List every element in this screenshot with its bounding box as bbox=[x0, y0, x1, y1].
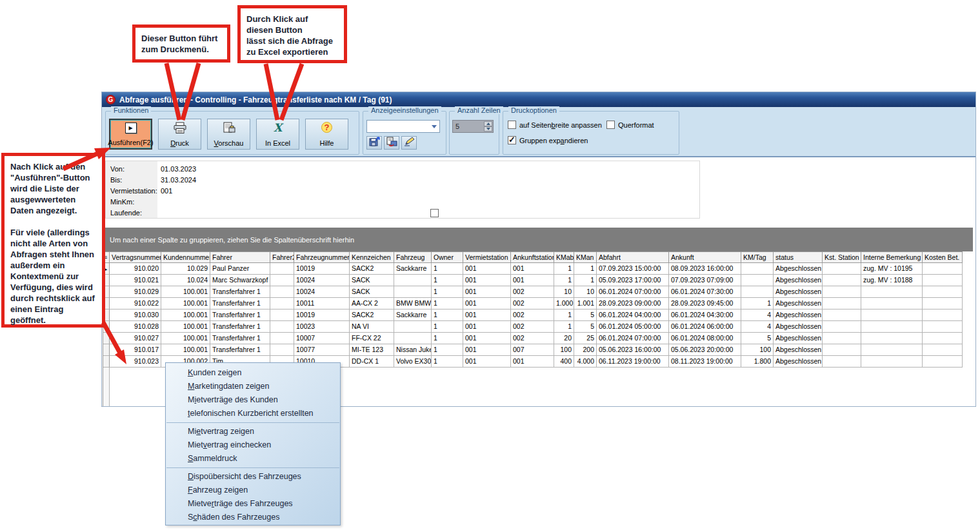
table-row[interactable]: 910.017100.001Transferfahrer 110077MI-TE… bbox=[103, 344, 963, 356]
column-header-abfahrt[interactable]: Abfahrt bbox=[597, 251, 669, 263]
delete-settings-button[interactable] bbox=[401, 136, 417, 150]
menu-item-dispoübersicht-des-fahrzeuges[interactable]: Dispoübersicht des Fahrzeuges bbox=[166, 470, 340, 484]
column-header-fahrzeugnummer[interactable]: Fahrzeugnummer bbox=[294, 251, 350, 263]
cell-kman: 25 bbox=[574, 333, 597, 344]
menu-item-marketingdaten-zeigen[interactable]: Marketingdaten zeigen bbox=[166, 380, 340, 393]
spinner-up-button[interactable] bbox=[484, 121, 492, 126]
menu-item-kunden-zeigen[interactable]: Kunden zeigen bbox=[166, 366, 340, 380]
druckoptionen-group: Druckoptionen bbox=[503, 111, 679, 155]
column-header-kmab[interactable]: KMab bbox=[554, 251, 574, 263]
filter-row-minkm: MinKm: bbox=[106, 197, 699, 208]
seitenbreite-checkbox[interactable] bbox=[508, 121, 516, 129]
cell-fahrer: Transferfahrer 1 bbox=[210, 333, 270, 344]
save-settings-button[interactable] bbox=[366, 136, 382, 150]
cell-vermietstation: 001 bbox=[463, 275, 511, 286]
cell-kosten-bet- bbox=[923, 333, 963, 344]
cell-kmab: 100 bbox=[554, 344, 574, 356]
cell-kosten-bet- bbox=[923, 263, 963, 275]
table-row[interactable]: 910.022100.001Transferfahrer 110011AA-CX… bbox=[103, 298, 963, 309]
cell-vermietstation: 001 bbox=[463, 286, 511, 298]
group-by-bar[interactable]: Um nach einer Spalte zu gruppieren, zieh… bbox=[103, 228, 973, 251]
column-header-status[interactable]: status bbox=[774, 251, 823, 263]
column-header-kman[interactable]: KMan bbox=[574, 251, 597, 263]
column-header-vertragsnummer[interactable]: Vertragsnummer bbox=[110, 251, 161, 263]
seitenbreite-checkbox-row[interactable]: auf Seitenbreite anpassen bbox=[508, 121, 602, 129]
column-header-kst-station[interactable]: Kst. Station bbox=[823, 251, 861, 263]
cell-kmab: 1 bbox=[554, 263, 574, 275]
cell-fahrer: Paul Panzer bbox=[210, 263, 270, 275]
filter-row-laufende: Laufende: bbox=[106, 208, 699, 219]
window-title: Abfrage ausführen - Controlling - Fahrze… bbox=[119, 95, 392, 104]
menu-item-mietverträge-des-kunden[interactable]: Mietverträge des Kunden bbox=[166, 393, 340, 407]
hilfe-button[interactable]: ? Hilfe bbox=[305, 119, 348, 150]
menu-item-fahrzeug-zeigen[interactable]: Fahrzeug zeigen bbox=[166, 484, 340, 497]
save-settings-as-button[interactable] bbox=[384, 136, 399, 150]
table-row[interactable]: 910.028100.001Transferfahrer 110023NA VI… bbox=[103, 321, 963, 333]
printer-icon bbox=[173, 122, 187, 135]
cell-kman: 200 bbox=[574, 344, 597, 356]
column-header-kundennummer[interactable]: Kundennummer bbox=[161, 251, 210, 263]
querformat-checkbox-label: Querformat bbox=[618, 121, 654, 129]
cell-kennzeichen: DD-CX 1 bbox=[350, 356, 394, 368]
column-header-owner[interactable]: Owner bbox=[432, 251, 463, 263]
column-header-fahrer[interactable]: Fahrer bbox=[210, 251, 270, 263]
querformat-checkbox-row[interactable]: Querformat bbox=[606, 121, 654, 129]
filter-value: 01.03.2023 bbox=[161, 165, 196, 173]
cell-abfahrt: 07.09.2023 15:00:00 bbox=[597, 263, 669, 275]
floppy-save-icon bbox=[369, 137, 380, 149]
menu-item-schäden-des-fahrzeuges[interactable]: Schäden des Fahrzeuges bbox=[166, 511, 340, 524]
cell-interne-bemerkung: zug. MV : 10188 bbox=[861, 275, 923, 286]
cell-kmab: 1 bbox=[554, 275, 574, 286]
table-row[interactable]: 910.030100.001Transferfahrer 110019SACK2… bbox=[103, 309, 963, 321]
ausfuehren-button[interactable]: ▶ Ausführen(F2) bbox=[109, 119, 152, 150]
menu-item-mietvertrag-einchecken[interactable]: Mietvertrag einchecken bbox=[166, 438, 340, 452]
table-row[interactable]: 910.027100.001Transferfahrer 110007FF-CX… bbox=[103, 333, 963, 344]
column-header-fahrer2[interactable]: Fahrer2 bbox=[270, 251, 294, 263]
cell-fahrzeug: Volvo EX30 bbox=[394, 356, 432, 368]
anzeige-settings-dropdown[interactable] bbox=[366, 120, 440, 133]
cell-kennzeichen: MI-TE 123 bbox=[350, 344, 394, 356]
column-header-vermietstation[interactable]: Vermietstation bbox=[463, 251, 511, 263]
cell-interne-bemerkung bbox=[861, 356, 923, 368]
anzahl-zeilen-spinner[interactable]: 5 bbox=[452, 120, 494, 133]
cell-fahrzeugnummer: 10023 bbox=[294, 321, 350, 333]
column-header-km-tag[interactable]: KM/Tag bbox=[741, 251, 774, 263]
column-header-kennzeichen[interactable]: Kennzeichen bbox=[350, 251, 394, 263]
grid-header-row: ≡VertragsnummerKundennummerFahrerFahrer2… bbox=[103, 251, 963, 263]
menu-item-mietverträge-des-fahrzeuges[interactable]: Mietverträge des Fahrzeuges bbox=[166, 497, 340, 511]
druck-button[interactable]: Druck bbox=[158, 119, 201, 150]
column-header-fahrzeug[interactable]: Fahrzeug bbox=[394, 251, 432, 263]
gruppen-expandieren-checkbox[interactable] bbox=[508, 136, 516, 144]
column-header-ankunftstation[interactable]: Ankunftstation bbox=[511, 251, 554, 263]
table-row[interactable]: 910.029100.001Transferfahrer 110024SACK1… bbox=[103, 286, 963, 298]
cell-kennzeichen: AA-CX 2 bbox=[350, 298, 394, 309]
cell-kosten-bet- bbox=[923, 309, 963, 321]
menu-item-sammeldruck[interactable]: Sammeldruck bbox=[166, 452, 340, 466]
laufende-checkbox[interactable] bbox=[430, 209, 439, 217]
cell-fahrzeugnummer: 10007 bbox=[294, 333, 350, 344]
window-titlebar[interactable]: G Abfrage ausführen - Controlling - Fahr… bbox=[102, 92, 975, 107]
column-header-kosten-bet-[interactable]: Kosten Bet. bbox=[923, 251, 963, 263]
cell-vertragsnummer: 910.027 bbox=[110, 333, 161, 344]
gruppen-expandieren-checkbox-row[interactable]: Gruppen expandieren bbox=[508, 136, 588, 144]
cell-fahrer2 bbox=[270, 309, 294, 321]
app-logo-icon: G bbox=[106, 95, 115, 104]
querformat-checkbox[interactable] bbox=[606, 121, 615, 129]
spinner-down-button[interactable] bbox=[484, 126, 492, 132]
column-header-interne-bemerkung[interactable]: Interne Bemerkung bbox=[861, 251, 923, 263]
hilfe-button-label: Hilfe bbox=[319, 139, 334, 147]
column-header-ankunft[interactable]: Ankunft bbox=[669, 251, 741, 263]
table-row[interactable]: ▶910.02010.029Paul Panzer10019SACK2Sackk… bbox=[103, 263, 963, 275]
group-by-hint: Um nach einer Spalte zu gruppieren, zieh… bbox=[110, 236, 354, 244]
cell-fahrzeug: Sackkarre bbox=[394, 309, 432, 321]
menu-item-telefonischen-kurzbericht-erstellten[interactable]: telefonischen Kurzbericht erstellten bbox=[166, 407, 340, 420]
cell-fahrer2 bbox=[270, 275, 294, 286]
cell-status: Abgeschlossen bbox=[774, 286, 823, 298]
menu-item-mietvertrag-zeigen[interactable]: Mietvertrag zeigen bbox=[166, 425, 340, 438]
in-excel-button[interactable]: X In Excel bbox=[256, 119, 299, 150]
vorschau-button[interactable]: Vorschau bbox=[207, 119, 250, 150]
cell-fahrer2 bbox=[270, 344, 294, 356]
cell-fahrzeug: BMW BMW bbox=[394, 298, 432, 309]
table-row[interactable]: 910.02110.024Marc Schwarzkopf10024SACK10… bbox=[103, 275, 963, 286]
cell-fahrer: Transferfahrer 1 bbox=[210, 286, 270, 298]
